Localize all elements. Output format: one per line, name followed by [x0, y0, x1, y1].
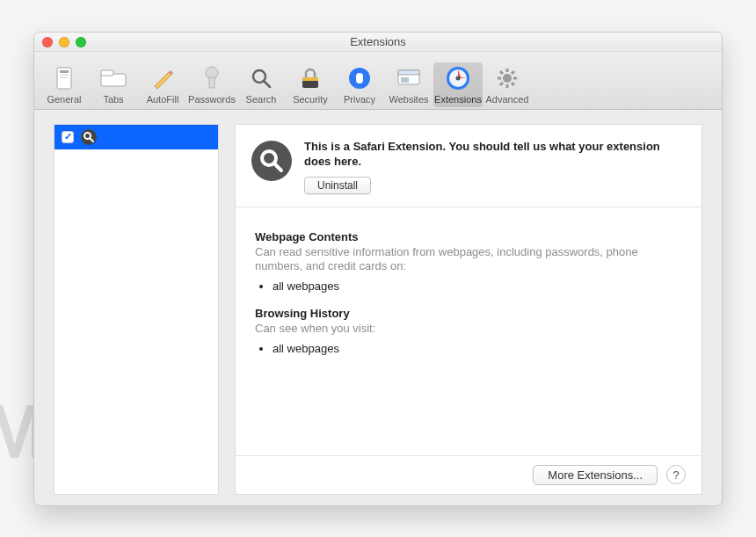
- svg-line-28: [512, 71, 514, 74]
- svg-rect-5: [101, 70, 113, 76]
- svg-rect-1: [60, 70, 69, 73]
- autofill-icon: [138, 64, 187, 92]
- security-icon: [286, 64, 335, 92]
- extension-list-item[interactable]: ✓: [55, 125, 218, 149]
- tab-advanced[interactable]: Advanced: [483, 62, 532, 107]
- passwords-icon: [187, 64, 236, 92]
- tab-websites[interactable]: Websites: [384, 62, 433, 107]
- tab-label: Advanced: [483, 94, 532, 105]
- permission-title: Webpage Contents: [255, 230, 682, 243]
- zoom-window-button[interactable]: [76, 37, 86, 47]
- extension-detail-panel: This is a Safari Extension. You should t…: [235, 124, 702, 495]
- extensions-sidebar: ✓: [54, 124, 219, 495]
- privacy-icon: [335, 64, 384, 92]
- tab-label: Security: [286, 94, 335, 105]
- svg-rect-15: [398, 70, 419, 75]
- tab-label: General: [40, 94, 89, 105]
- svg-line-32: [274, 163, 281, 171]
- magnifier-icon: [251, 141, 292, 181]
- tab-autofill[interactable]: AutoFill: [138, 62, 187, 107]
- minimize-window-button[interactable]: [59, 37, 69, 47]
- permissions-section: Webpage Contents Can read sensitive info…: [236, 207, 701, 393]
- preferences-toolbar: General Tabs AutoFill Passwords Search: [34, 52, 722, 110]
- titlebar: Extensions: [34, 33, 722, 52]
- tab-privacy[interactable]: Privacy: [335, 62, 384, 107]
- tab-search[interactable]: Search: [236, 62, 286, 107]
- permission-desc: Can read sensitive information from webp…: [255, 245, 682, 275]
- svg-rect-2: [60, 75, 69, 76]
- search-icon: [236, 64, 286, 92]
- svg-rect-16: [401, 77, 409, 83]
- extensions-icon: [433, 64, 483, 92]
- bottom-bar: More Extensions... ?: [236, 455, 701, 494]
- window-title: Extensions: [350, 35, 406, 48]
- svg-point-19: [456, 76, 461, 80]
- help-button[interactable]: ?: [666, 465, 686, 484]
- extension-enabled-checkbox[interactable]: ✓: [62, 131, 74, 143]
- tab-extensions[interactable]: Extensions: [433, 62, 483, 107]
- magnifier-icon: [81, 129, 97, 145]
- preferences-window: Extensions General Tabs AutoFill Passwor…: [33, 32, 723, 506]
- tabs-icon: [89, 64, 138, 92]
- svg-point-20: [503, 74, 512, 83]
- svg-rect-7: [209, 77, 214, 88]
- svg-rect-11: [302, 77, 318, 81]
- tab-label: Tabs: [89, 94, 138, 105]
- tab-tabs[interactable]: Tabs: [89, 62, 138, 107]
- advanced-icon: [483, 64, 532, 92]
- tab-label: Extensions: [433, 94, 483, 105]
- more-extensions-button[interactable]: More Extensions...: [533, 465, 658, 485]
- content-area: ✓ This is a Safari Extension. You should…: [34, 110, 722, 505]
- tab-label: Websites: [384, 94, 433, 105]
- svg-rect-3: [60, 77, 69, 78]
- websites-icon: [384, 64, 433, 92]
- svg-line-27: [500, 83, 503, 85]
- extension-description: This is a Safari Extension. You should t…: [304, 139, 686, 170]
- tab-passwords[interactable]: Passwords: [187, 62, 236, 107]
- permission-title: Browsing History: [255, 307, 682, 320]
- permission-item: all webpages: [273, 342, 682, 355]
- svg-line-9: [264, 81, 270, 87]
- svg-line-26: [512, 83, 514, 85]
- svg-line-25: [500, 71, 503, 74]
- general-icon: [40, 64, 89, 92]
- permission-item: all webpages: [273, 279, 682, 293]
- tab-label: Passwords: [187, 94, 236, 105]
- svg-line-30: [91, 138, 94, 142]
- close-window-button[interactable]: [42, 37, 53, 47]
- tab-general[interactable]: General: [40, 62, 89, 107]
- extension-header: This is a Safari Extension. You should t…: [236, 125, 701, 207]
- tab-label: Privacy: [335, 94, 384, 105]
- traffic-lights: [42, 37, 86, 47]
- tab-label: Search: [236, 94, 286, 105]
- permission-desc: Can see when you visit:: [255, 322, 682, 337]
- uninstall-button[interactable]: Uninstall: [304, 177, 371, 194]
- svg-rect-13: [356, 73, 363, 83]
- tab-security[interactable]: Security: [286, 62, 335, 107]
- tab-label: AutoFill: [138, 94, 187, 105]
